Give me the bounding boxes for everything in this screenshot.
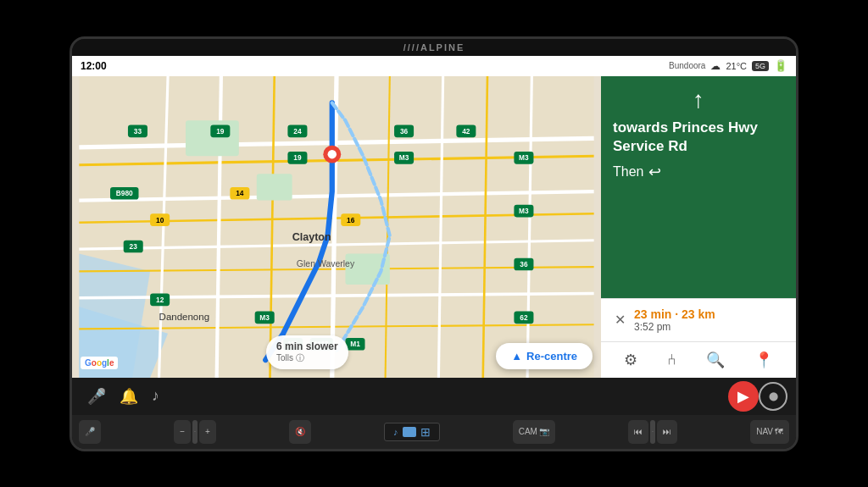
status-bar: 12:00 Bundoora ☁ 21°C 5G 🔋 [72, 56, 796, 76]
clock: 12:00 [81, 60, 107, 72]
svg-text:M3: M3 [519, 207, 529, 215]
recentre-arrow-icon: ▲ [511, 350, 522, 362]
play-nav-item[interactable]: ▶ [728, 381, 759, 412]
vol-mid-button: · [192, 420, 198, 444]
svg-text:Dandenong: Dandenong [159, 311, 209, 321]
eta-info: 23 min · 23 km 3:52 pm [634, 307, 784, 333]
mid-sep: · [650, 420, 655, 444]
svg-rect-20 [257, 174, 292, 200]
svg-text:12: 12 [156, 296, 164, 304]
bell-nav-item[interactable]: 🔔 [113, 384, 145, 409]
music-nav-item[interactable]: ♪ [145, 384, 166, 408]
google-logo: Google [81, 357, 118, 369]
grid-icon: ⊞ [420, 425, 431, 439]
screen: 12:00 Bundoora ☁ 21°C 5G 🔋 [72, 56, 796, 415]
record-nav-item[interactable]: ⬤ [759, 382, 787, 411]
prev-track-button[interactable]: ⏮ [628, 420, 648, 444]
then-turn-icon: ↩ [648, 163, 661, 181]
map-background: B980 14 19 16 M3 M3 M3 [72, 76, 601, 378]
eta-card: ✕ 23 min · 23 km 3:52 pm [601, 298, 796, 341]
media-controls-group: ⏮ · ⏭ [628, 420, 677, 444]
recentre-label: Re-centre [526, 350, 577, 362]
vol-down-button[interactable]: − [174, 420, 191, 444]
vol-up-button[interactable]: + [199, 420, 216, 444]
android-auto: 12:00 Bundoora ☁ 21°C 5G 🔋 [72, 56, 796, 415]
recentre-button[interactable]: ▲ Re-centre [496, 343, 593, 369]
map-overlay: Google 6 min slower Tolls ⓘ ▲ Re-centre [81, 335, 593, 369]
svg-text:M3: M3 [519, 153, 529, 162]
media-screen-icon [403, 427, 416, 437]
location-pin-icon[interactable]: 📍 [748, 349, 780, 371]
svg-text:36: 36 [400, 127, 409, 136]
mute-icon: 🔇 [295, 427, 305, 436]
direction-then: Then ↩ [613, 163, 784, 181]
vol-down-icon: − [180, 427, 185, 436]
slower-tolls-card[interactable]: 6 min slower Tolls ⓘ [266, 335, 348, 369]
next-track-button[interactable]: ⏭ [657, 420, 677, 444]
search-icon[interactable]: 🔍 [699, 349, 732, 371]
temperature: 21°C [726, 61, 747, 71]
nav-label: NAV [756, 427, 773, 436]
mute-button[interactable]: 🔇 [289, 420, 311, 444]
main-content: B980 14 19 16 M3 M3 M3 [72, 76, 796, 378]
eta-duration: 23 min · 23 km [634, 307, 784, 321]
svg-text:M3: M3 [259, 313, 270, 321]
eta-arrival: 3:52 pm [634, 321, 784, 333]
settings-icon[interactable]: ⚙ [617, 349, 644, 371]
svg-point-23 [328, 149, 337, 158]
svg-text:Clayton: Clayton [292, 230, 331, 242]
direction-arrow-icon: ↑ [613, 86, 784, 113]
svg-text:42: 42 [462, 127, 470, 136]
bottom-nav: 🎤 🔔 ♪ ▶ ⬤ [72, 378, 796, 415]
svg-text:36: 36 [520, 260, 528, 268]
svg-text:19: 19 [293, 153, 302, 162]
nav-button[interactable]: NAV 🗺 [750, 420, 789, 444]
prev-icon: ⏮ [634, 427, 643, 436]
svg-text:19: 19 [216, 127, 225, 136]
mic-nav-item[interactable]: 🎤 [81, 384, 113, 409]
right-panel: ↑ towards Princes HwyService Rd Then ↩ ✕ [601, 76, 796, 378]
nav-icon: 🗺 [775, 427, 783, 436]
close-button[interactable]: ✕ [613, 310, 627, 329]
device-unit: ////ALPINE 12:00 Bundoora ☁ 21°C 5G 🔋 [70, 36, 798, 451]
routes-icon[interactable]: ⑃ [660, 349, 683, 370]
battery-icon: 🔋 [774, 59, 787, 72]
network-badge: 5G [752, 61, 769, 71]
volume-group: − · + [174, 420, 216, 444]
svg-text:16: 16 [347, 215, 355, 224]
brand-logo: ////ALPINE [403, 42, 465, 53]
svg-text:23: 23 [130, 242, 138, 251]
phys-mic-icon: 🎤 [85, 427, 95, 436]
svg-text:24: 24 [293, 127, 302, 136]
cam-icon: 📷 [539, 427, 549, 436]
media-display: ♪ ⊞ [384, 423, 440, 441]
slower-tolls-title: 6 min slower [276, 340, 338, 352]
location-label: Bundoora [669, 61, 705, 70]
svg-text:62: 62 [520, 313, 528, 321]
svg-text:B980: B980 [116, 189, 133, 197]
svg-text:33: 33 [134, 127, 142, 136]
cam-label: CAM [519, 427, 537, 436]
action-bar: ⚙ ⑃ 🔍 📍 [601, 341, 796, 378]
tolls-subtitle: Tolls ⓘ [276, 352, 338, 364]
direction-street: towards Princes HwyService Rd [613, 119, 784, 156]
svg-text:14: 14 [236, 189, 244, 197]
cam-button[interactable]: CAM 📷 [513, 420, 555, 444]
alpine-brand: ////ALPINE [72, 39, 796, 56]
status-right: Bundoora ☁ 21°C 5G 🔋 [669, 59, 787, 72]
physical-buttons-row: 🎤 − · + 🔇 ♪ ⊞ CAM 📷 ⏮ · [72, 415, 796, 449]
up-arrow: ↑ [693, 86, 704, 113]
map-svg: B980 14 19 16 M3 M3 M3 [72, 76, 601, 378]
map-area[interactable]: B980 14 19 16 M3 M3 M3 [72, 76, 601, 378]
svg-text:10: 10 [156, 215, 164, 224]
vol-up-icon: + [205, 427, 210, 436]
then-label: Then [613, 164, 643, 180]
phys-mic-button[interactable]: 🎤 [79, 420, 101, 444]
next-icon: ⏭ [663, 427, 671, 436]
music-note-icon: ♪ [393, 427, 398, 437]
svg-text:M3: M3 [399, 153, 409, 162]
svg-text:Glen Waverley: Glen Waverley [297, 259, 355, 268]
direction-card: ↑ towards Princes HwyService Rd Then ↩ [601, 76, 796, 298]
weather-icon: ☁ [710, 60, 721, 72]
